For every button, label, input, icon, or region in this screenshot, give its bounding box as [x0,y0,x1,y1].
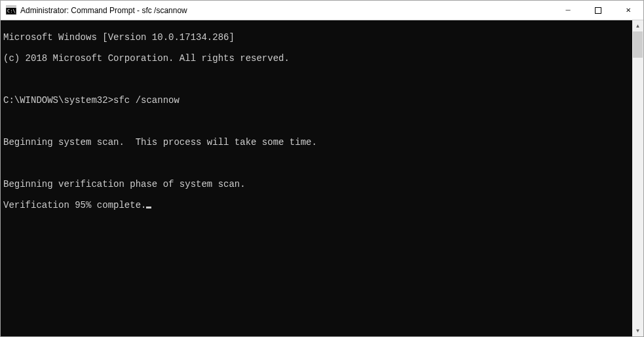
close-button[interactable]: ✕ [613,1,643,20]
console-area: Microsoft Windows [Version 10.0.17134.28… [1,20,643,336]
output-blank [3,74,630,85]
window-controls: ─ ✕ [553,1,643,20]
output-blank [3,158,630,168]
prompt-path: C:\WINDOWS\system32> [3,95,113,106]
prompt-command: sfc /scannow [113,95,180,106]
prompt-line: C:\WINDOWS\system32>sfc /scannow [3,95,630,106]
verification-text: Verification 95% complete. [3,200,146,210]
scroll-up-button[interactable]: ▲ [632,20,643,31]
output-line: Microsoft Windows [Version 10.0.17134.28… [3,32,630,43]
svg-text:C:\: C:\ [7,9,16,14]
output-line: Beginning system scan. This process will… [3,137,630,148]
cursor [146,207,151,208]
scroll-track[interactable] [632,31,643,325]
close-icon: ✕ [626,7,631,14]
output-blank [3,116,630,127]
command-prompt-window: C:\ Administrator: Command Prompt - sfc … [0,0,644,337]
titlebar[interactable]: C:\ Administrator: Command Prompt - sfc … [1,1,643,20]
output-line: Verification 95% complete. [3,200,630,210]
chevron-up-icon: ▲ [635,23,641,29]
scroll-down-button[interactable]: ▼ [632,325,643,336]
output-line: Beginning verification phase of system s… [3,179,630,189]
svg-rect-1 [6,6,16,8]
cmd-icon: C:\ [6,5,16,16]
maximize-icon [595,7,601,14]
console-output[interactable]: Microsoft Windows [Version 10.0.17134.28… [1,20,632,336]
chevron-down-icon: ▼ [635,328,641,334]
window-title: Administrator: Command Prompt - sfc /sca… [20,6,553,15]
svg-rect-3 [596,7,601,13]
minimize-icon: ─ [565,7,570,14]
minimize-button[interactable]: ─ [553,1,583,20]
scroll-thumb[interactable] [633,31,643,58]
vertical-scrollbar[interactable]: ▲ ▼ [632,20,643,336]
output-line: (c) 2018 Microsoft Corporation. All righ… [3,53,630,64]
maximize-button[interactable] [583,1,613,20]
